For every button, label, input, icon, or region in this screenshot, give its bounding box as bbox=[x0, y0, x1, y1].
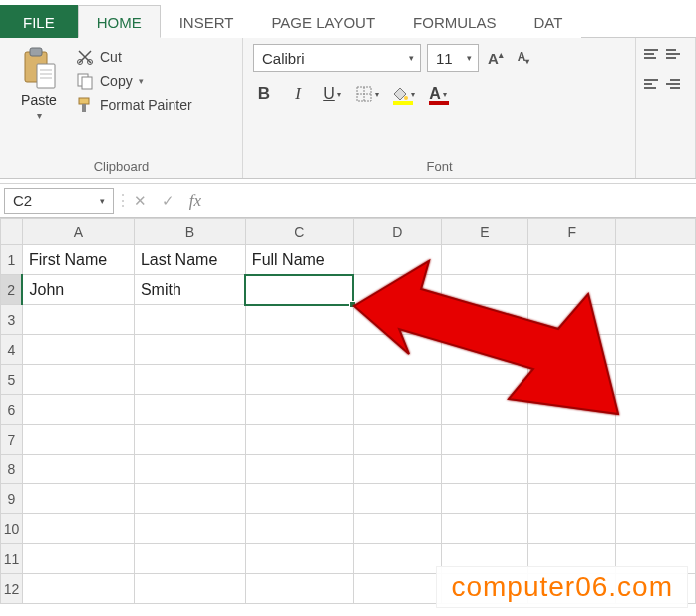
grid[interactable]: A B C D E F 1First NameLast NameFull Nam… bbox=[0, 218, 696, 604]
cell-C5[interactable] bbox=[245, 365, 353, 395]
row-header-3[interactable]: 3 bbox=[1, 305, 23, 335]
cell-E2[interactable] bbox=[441, 275, 528, 305]
cell-G5[interactable] bbox=[616, 365, 696, 395]
cell-A5[interactable] bbox=[22, 365, 134, 395]
cell-E1[interactable] bbox=[441, 245, 528, 275]
cell-G10[interactable] bbox=[616, 514, 696, 544]
cell-F10[interactable] bbox=[528, 514, 616, 544]
cell-D8[interactable] bbox=[353, 455, 441, 484]
increase-font-size-button[interactable]: A▴ bbox=[485, 47, 507, 69]
tab-home[interactable]: HOME bbox=[78, 5, 161, 38]
cell-D12[interactable] bbox=[353, 574, 441, 604]
cell-F7[interactable] bbox=[528, 425, 616, 455]
tab-formulas[interactable]: FORMULAS bbox=[394, 5, 515, 38]
cancel-button[interactable]: ✕ bbox=[126, 188, 154, 214]
cell-E8[interactable] bbox=[441, 455, 528, 484]
col-header-D[interactable]: D bbox=[353, 219, 441, 245]
cell-G8[interactable] bbox=[616, 455, 696, 484]
align-left-button[interactable] bbox=[644, 74, 664, 94]
cell-B1[interactable]: Last Name bbox=[134, 245, 245, 275]
cell-B12[interactable] bbox=[134, 574, 245, 604]
cell-E10[interactable] bbox=[441, 514, 528, 544]
cell-B3[interactable] bbox=[134, 305, 245, 335]
cell-G2[interactable] bbox=[616, 275, 696, 305]
col-header-A[interactable]: A bbox=[22, 219, 134, 245]
font-name-select[interactable]: Calibri ▾ bbox=[253, 44, 421, 72]
cell-C2[interactable] bbox=[245, 275, 353, 305]
cell-F6[interactable] bbox=[528, 395, 616, 425]
cell-C12[interactable] bbox=[245, 574, 353, 604]
font-color-button[interactable]: A ▾ bbox=[427, 82, 449, 106]
italic-button[interactable]: I bbox=[287, 82, 309, 106]
align-top-button[interactable] bbox=[644, 44, 664, 64]
cell-D10[interactable] bbox=[353, 514, 441, 544]
tab-page-layout[interactable]: PAGE LAYOUT bbox=[252, 5, 394, 38]
cell-E6[interactable] bbox=[441, 395, 528, 425]
fill-color-button[interactable]: ▾ bbox=[391, 82, 415, 106]
copy-button[interactable]: Copy ▾ bbox=[76, 72, 192, 90]
formula-input[interactable] bbox=[209, 188, 696, 214]
format-painter-button[interactable]: Format Painter bbox=[76, 96, 192, 114]
cell-B4[interactable] bbox=[134, 335, 245, 365]
cell-G9[interactable] bbox=[616, 484, 696, 514]
font-size-select[interactable]: 11 ▾ bbox=[427, 44, 479, 72]
cell-B11[interactable] bbox=[134, 544, 245, 574]
cell-A3[interactable] bbox=[22, 305, 134, 335]
cell-G7[interactable] bbox=[616, 425, 696, 455]
cell-D7[interactable] bbox=[353, 425, 441, 455]
row-header-5[interactable]: 5 bbox=[1, 365, 23, 395]
cell-B5[interactable] bbox=[134, 365, 245, 395]
cell-A10[interactable] bbox=[22, 514, 134, 544]
cell-F1[interactable] bbox=[528, 245, 616, 275]
cell-F3[interactable] bbox=[528, 305, 616, 335]
cell-E3[interactable] bbox=[441, 305, 528, 335]
cell-D6[interactable] bbox=[353, 395, 441, 425]
cell-F4[interactable] bbox=[528, 335, 616, 365]
row-header-4[interactable]: 4 bbox=[1, 335, 23, 365]
cell-A9[interactable] bbox=[22, 484, 134, 514]
cell-E5[interactable] bbox=[441, 365, 528, 395]
cell-D2[interactable] bbox=[353, 275, 441, 305]
row-header-9[interactable]: 9 bbox=[1, 484, 23, 514]
enter-button[interactable]: ✓ bbox=[154, 188, 181, 214]
row-header-6[interactable]: 6 bbox=[1, 395, 23, 425]
row-header-12[interactable]: 12 bbox=[1, 574, 23, 604]
cell-C6[interactable] bbox=[245, 395, 353, 425]
cell-A11[interactable] bbox=[22, 544, 134, 574]
cell-D11[interactable] bbox=[353, 544, 441, 574]
tab-data[interactable]: DAT bbox=[515, 5, 581, 38]
cell-E4[interactable] bbox=[441, 335, 528, 365]
cell-C9[interactable] bbox=[245, 484, 353, 514]
row-header-10[interactable]: 10 bbox=[1, 514, 23, 544]
cell-A6[interactable] bbox=[22, 395, 134, 425]
align-middle-button[interactable] bbox=[666, 44, 686, 64]
row-header-7[interactable]: 7 bbox=[1, 425, 23, 455]
cell-G3[interactable] bbox=[616, 305, 696, 335]
cell-F5[interactable] bbox=[528, 365, 616, 395]
tab-insert[interactable]: INSERT bbox=[161, 5, 253, 38]
cell-F2[interactable] bbox=[528, 275, 616, 305]
cell-C8[interactable] bbox=[245, 455, 353, 484]
align-center-button[interactable] bbox=[666, 74, 686, 94]
cell-G4[interactable] bbox=[616, 335, 696, 365]
cell-C3[interactable] bbox=[245, 305, 353, 335]
cell-B9[interactable] bbox=[134, 484, 245, 514]
borders-button[interactable]: ▾ bbox=[355, 82, 379, 106]
cell-D3[interactable] bbox=[353, 305, 441, 335]
col-header-F[interactable]: F bbox=[528, 219, 616, 245]
insert-function-button[interactable]: fx bbox=[181, 188, 209, 214]
cell-C4[interactable] bbox=[245, 335, 353, 365]
cell-C11[interactable] bbox=[245, 544, 353, 574]
bold-button[interactable]: B bbox=[253, 82, 275, 106]
cell-A4[interactable] bbox=[22, 335, 134, 365]
cell-A12[interactable] bbox=[22, 574, 134, 604]
col-header-C[interactable]: C bbox=[245, 219, 353, 245]
select-all-corner[interactable] bbox=[1, 219, 23, 245]
row-header-1[interactable]: 1 bbox=[1, 245, 23, 275]
cell-D1[interactable] bbox=[353, 245, 441, 275]
cut-button[interactable]: Cut bbox=[76, 48, 192, 66]
cell-C7[interactable] bbox=[245, 425, 353, 455]
cell-G6[interactable] bbox=[616, 395, 696, 425]
col-header-B[interactable]: B bbox=[134, 219, 245, 245]
cell-E7[interactable] bbox=[441, 425, 528, 455]
